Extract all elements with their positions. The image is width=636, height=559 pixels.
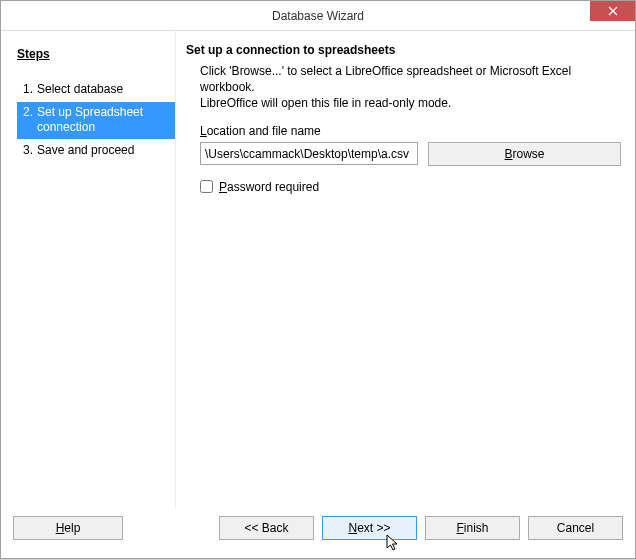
step-save-proceed[interactable]: 3. Save and proceed (17, 140, 175, 162)
main-panel: Set up a connection to spreadsheets Clic… (176, 31, 635, 509)
window-title: Database Wizard (272, 9, 364, 23)
close-button[interactable] (590, 1, 635, 21)
close-icon (608, 6, 618, 16)
step-number: 2. (23, 105, 33, 136)
next-button[interactable]: Next >> (322, 516, 417, 540)
password-row: Password required (200, 180, 621, 194)
step-label: Select database (37, 82, 123, 98)
location-row: Browse (200, 142, 621, 166)
page-heading: Set up a connection to spreadsheets (186, 43, 621, 57)
content-area: Steps 1. Select database 2. Set up Sprea… (1, 31, 635, 509)
steps-sidebar: Steps 1. Select database 2. Set up Sprea… (1, 31, 176, 509)
instruction-text: Click 'Browse...' to select a LibreOffic… (200, 63, 621, 112)
step-label: Save and proceed (37, 143, 134, 159)
steps-heading: Steps (17, 47, 175, 61)
cancel-button[interactable]: Cancel (528, 516, 623, 540)
titlebar: Database Wizard (1, 1, 635, 31)
step-label: Set up Spreadsheet connection (37, 105, 169, 136)
step-number: 1. (23, 82, 33, 98)
location-input[interactable] (200, 142, 418, 165)
button-bar: Help << Back Next >> Finish Cancel (1, 510, 635, 546)
location-label: Location and file name (200, 124, 621, 138)
password-label[interactable]: Password required (219, 180, 319, 194)
back-button[interactable]: << Back (219, 516, 314, 540)
step-select-database[interactable]: 1. Select database (17, 79, 175, 101)
browse-button[interactable]: Browse (428, 142, 621, 166)
help-button[interactable]: Help (13, 516, 123, 540)
step-spreadsheet-connection[interactable]: 2. Set up Spreadsheet connection (17, 102, 175, 139)
password-checkbox[interactable] (200, 180, 213, 193)
step-number: 3. (23, 143, 33, 159)
finish-button[interactable]: Finish (425, 516, 520, 540)
